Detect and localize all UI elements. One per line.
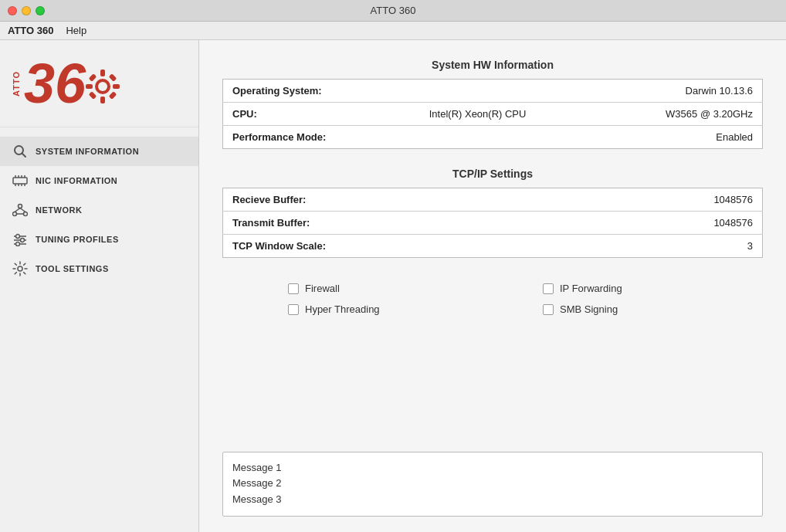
tcp-win-value: 3 xyxy=(378,235,763,258)
svg-point-23 xyxy=(24,212,28,216)
close-button[interactable] xyxy=(8,6,17,15)
table-row: Transmit Buffer: 1048576 xyxy=(223,212,763,235)
main-content: System HW Information Operating System: … xyxy=(199,40,786,532)
tcp-ip-table: Recieve Buffer: 1048576 Transmit Buffer:… xyxy=(222,188,763,258)
checkbox-smb-signing: SMB Signing xyxy=(543,303,697,315)
recv-buf-value: 1048576 xyxy=(378,188,763,212)
sidebar-item-label-network: NETWORK xyxy=(36,205,82,215)
checkbox-row-2: Hyper Threading SMB Signing xyxy=(238,303,747,315)
svg-point-31 xyxy=(21,239,25,242)
sidebar-item-network[interactable]: NETWORK xyxy=(0,195,198,225)
menu-app[interactable]: ATTO 360 xyxy=(8,25,53,36)
sidebar-item-label-system-information: SYSTEM INFORMATION xyxy=(36,147,139,156)
system-hw-section: System HW Information Operating System: … xyxy=(222,59,763,149)
svg-rect-6 xyxy=(89,73,97,82)
checkbox-ip-forwarding: IP Forwarding xyxy=(543,283,697,294)
tcp-ip-section: TCP/IP Settings Recieve Buffer: 1048576 … xyxy=(222,168,763,321)
table-row: Performance Mode: Enabled xyxy=(223,126,763,149)
logo-atto-text: ATTO xyxy=(12,71,21,97)
menubar: ATTO 360 Help xyxy=(0,22,786,40)
os-value xyxy=(378,80,578,103)
checkboxes-area: Firewall IP Forwarding Hyper Threading xyxy=(222,276,763,321)
svg-point-1 xyxy=(98,82,107,91)
os-value-right: Darwin 10.13.6 xyxy=(578,80,763,103)
perf-value-center xyxy=(378,126,578,149)
sidebar: ATTO 36 xyxy=(0,40,199,532)
tuning-icon xyxy=(12,232,28,247)
checkbox-row-1: Firewall IP Forwarding xyxy=(238,283,747,294)
tcp-win-label: TCP Window Scale: xyxy=(223,235,378,258)
svg-line-11 xyxy=(22,154,26,158)
logo-gear-icon xyxy=(83,66,123,107)
svg-line-25 xyxy=(20,208,25,212)
svg-point-22 xyxy=(13,212,17,216)
sidebar-item-tool-settings[interactable]: TOOL SETTINGS xyxy=(0,254,198,283)
hyper-threading-label: Hyper Threading xyxy=(305,303,380,315)
ip-forwarding-checkbox[interactable] xyxy=(543,283,554,294)
nav-items: SYSTEM INFORMATION xyxy=(0,127,198,532)
svg-point-21 xyxy=(19,205,22,208)
logo-number: 36 xyxy=(24,56,86,111)
ip-forwarding-label: IP Forwarding xyxy=(560,283,622,294)
recv-buf-label: Recieve Buffer: xyxy=(223,188,378,212)
svg-rect-4 xyxy=(86,84,93,89)
svg-point-33 xyxy=(18,266,22,271)
trans-buf-label: Transmit Buffer: xyxy=(223,212,378,235)
message-area: Message 1 Message 2 Message 3 xyxy=(222,452,763,517)
system-hw-title: System HW Information xyxy=(222,59,763,71)
content-area: System HW Information Operating System: … xyxy=(199,40,786,452)
svg-point-30 xyxy=(16,235,20,239)
svg-rect-3 xyxy=(100,97,105,103)
os-label: Operating System: xyxy=(223,80,378,103)
checkbox-firewall: Firewall xyxy=(288,283,442,294)
logo-area: ATTO 36 xyxy=(0,40,198,127)
tcp-ip-title: TCP/IP Settings xyxy=(222,168,763,180)
svg-rect-9 xyxy=(109,91,117,100)
svg-rect-2 xyxy=(100,69,105,76)
system-hw-table: Operating System: Darwin 10.13.6 CPU: In… xyxy=(222,79,763,149)
message-line-3: Message 3 xyxy=(232,492,753,508)
smb-signing-checkbox[interactable] xyxy=(543,304,554,315)
svg-line-24 xyxy=(15,208,20,212)
titlebar: ATTO 360 xyxy=(0,0,786,22)
sidebar-item-tuning-profiles[interactable]: TUNING PROFILES xyxy=(0,225,198,254)
perf-value: Enabled xyxy=(578,126,763,149)
menu-help[interactable]: Help xyxy=(66,25,86,36)
search-icon xyxy=(12,144,28,159)
firewall-checkbox[interactable] xyxy=(288,283,299,294)
network-icon xyxy=(12,202,28,218)
table-row: Recieve Buffer: 1048576 xyxy=(223,188,763,212)
nic-icon xyxy=(12,173,28,188)
window-controls xyxy=(8,6,45,15)
settings-icon xyxy=(12,261,28,276)
table-row: Operating System: Darwin 10.13.6 xyxy=(223,80,763,103)
sidebar-item-label-tuning-profiles: TUNING PROFILES xyxy=(36,235,119,244)
sidebar-item-label-tool-settings: TOOL SETTINGS xyxy=(36,264,109,273)
message-line-2: Message 2 xyxy=(232,476,753,492)
svg-point-32 xyxy=(16,242,20,246)
firewall-label: Firewall xyxy=(305,283,340,294)
table-row: TCP Window Scale: 3 xyxy=(223,235,763,258)
window-title: ATTO 360 xyxy=(371,5,416,16)
message-line-1: Message 1 xyxy=(232,460,753,476)
svg-rect-5 xyxy=(113,84,120,89)
app-body: ATTO 36 xyxy=(0,40,786,532)
table-row: CPU: Intel(R) Xeon(R) CPU W3565 @ 3.20GH… xyxy=(223,103,763,126)
perf-label: Performance Mode: xyxy=(223,126,378,149)
cpu-value-center: Intel(R) Xeon(R) CPU xyxy=(378,103,578,126)
maximize-button[interactable] xyxy=(36,6,45,15)
checkbox-hyper-threading: Hyper Threading xyxy=(288,303,442,315)
cpu-value-right: W3565 @ 3.20GHz xyxy=(578,103,763,126)
sidebar-item-system-information[interactable]: SYSTEM INFORMATION xyxy=(0,137,198,166)
sidebar-item-label-nic-information: NIC INFORMATION xyxy=(36,176,117,185)
cpu-label: CPU: xyxy=(223,103,378,126)
minimize-button[interactable] xyxy=(22,6,31,15)
sidebar-item-nic-information[interactable]: NIC INFORMATION xyxy=(0,166,198,195)
svg-rect-12 xyxy=(13,178,27,184)
hyper-threading-checkbox[interactable] xyxy=(288,304,299,315)
svg-rect-7 xyxy=(109,73,117,82)
svg-rect-8 xyxy=(89,91,97,100)
trans-buf-value: 1048576 xyxy=(378,212,763,235)
smb-signing-label: SMB Signing xyxy=(560,303,618,315)
